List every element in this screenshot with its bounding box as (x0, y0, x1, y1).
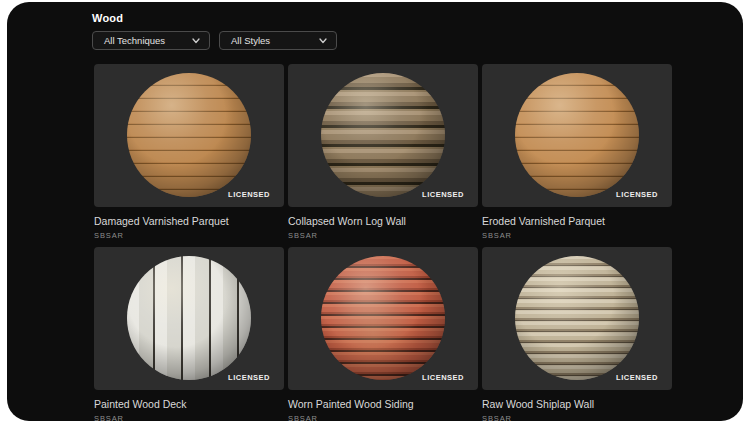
material-title[interactable]: Painted Wood Deck (94, 398, 284, 410)
material-format: SBSAR (94, 231, 284, 240)
material-card: LICENSED Eroded Varnished Parquet SBSAR (482, 64, 672, 247)
material-thumbnail[interactable]: LICENSED (288, 64, 478, 207)
material-format: SBSAR (482, 231, 672, 240)
material-title[interactable]: Collapsed Worn Log Wall (288, 215, 478, 227)
material-format: SBSAR (94, 414, 284, 422)
material-title[interactable]: Eroded Varnished Parquet (482, 215, 672, 227)
chevron-down-icon (192, 38, 200, 44)
material-sphere-preview (515, 73, 639, 197)
material-format: SBSAR (288, 414, 478, 422)
licensed-badge: LICENSED (616, 190, 658, 199)
material-sphere-preview (127, 73, 251, 197)
material-title[interactable]: Damaged Varnished Parquet (94, 215, 284, 227)
material-sphere-preview (321, 73, 445, 197)
chevron-down-icon (319, 38, 327, 44)
material-card: LICENSED Painted Wood Deck SBSAR (94, 247, 284, 422)
material-thumbnail[interactable]: LICENSED (94, 247, 284, 390)
material-format: SBSAR (288, 231, 478, 240)
material-card: LICENSED Raw Wood Shiplap Wall SBSAR (482, 247, 672, 422)
material-format: SBSAR (482, 414, 672, 422)
material-sphere-preview (515, 256, 639, 380)
page-title: Wood (92, 12, 123, 24)
licensed-badge: LICENSED (422, 190, 464, 199)
material-thumbnail[interactable]: LICENSED (482, 247, 672, 390)
material-title[interactable]: Raw Wood Shiplap Wall (482, 398, 672, 410)
material-thumbnail[interactable]: LICENSED (94, 64, 284, 207)
licensed-badge: LICENSED (228, 373, 270, 382)
licensed-badge: LICENSED (616, 373, 658, 382)
materials-grid: LICENSED Damaged Varnished Parquet SBSAR… (94, 64, 672, 422)
assets-panel: Wood All Techniques All Styles LICENSED … (7, 2, 743, 421)
filter-bar: All Techniques All Styles (92, 31, 337, 50)
material-thumbnail[interactable]: LICENSED (482, 64, 672, 207)
material-card: LICENSED Damaged Varnished Parquet SBSAR (94, 64, 284, 247)
material-card: LICENSED Collapsed Worn Log Wall SBSAR (288, 64, 478, 247)
material-sphere-preview (127, 256, 251, 380)
styles-dropdown[interactable]: All Styles (219, 31, 337, 50)
styles-dropdown-value: All Styles (231, 35, 270, 46)
licensed-badge: LICENSED (228, 190, 270, 199)
techniques-dropdown-value: All Techniques (104, 35, 165, 46)
techniques-dropdown[interactable]: All Techniques (92, 31, 210, 50)
material-thumbnail[interactable]: LICENSED (288, 247, 478, 390)
licensed-badge: LICENSED (422, 373, 464, 382)
material-card: LICENSED Worn Painted Wood Siding SBSAR (288, 247, 478, 422)
material-sphere-preview (321, 256, 445, 380)
material-title[interactable]: Worn Painted Wood Siding (288, 398, 478, 410)
